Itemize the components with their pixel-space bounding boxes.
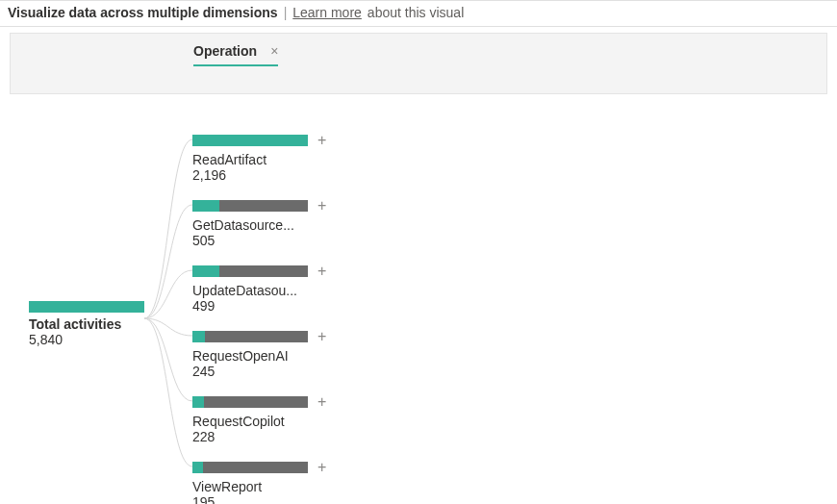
connector-lines	[10, 94, 827, 504]
root-node[interactable]: Total activities 5,840	[29, 301, 144, 347]
child-bar	[192, 265, 308, 277]
child-label: RequestCopilot	[192, 414, 327, 429]
child-value: 505	[192, 233, 366, 248]
info-bar-title: Visualize data across multiple dimension…	[8, 5, 278, 20]
child-label: ViewReport	[192, 479, 327, 494]
child-bar-fill	[192, 135, 308, 146]
child-node[interactable]: + RequestOpenAI 245	[192, 329, 366, 379]
child-bar-fill	[192, 265, 219, 277]
learn-more-link[interactable]: Learn more	[292, 5, 362, 20]
child-label: RequestOpenAI	[192, 348, 327, 364]
dimension-header: Operation ×	[10, 33, 827, 94]
dimension-chip[interactable]: Operation ×	[193, 43, 278, 66]
expand-icon[interactable]: +	[317, 198, 326, 214]
remove-dimension-icon[interactable]: ×	[270, 44, 278, 58]
expand-icon[interactable]: +	[317, 329, 326, 344]
child-node[interactable]: + GetDatasource... 505	[192, 198, 366, 248]
child-value: 245	[192, 364, 366, 379]
child-bar-fill	[192, 331, 205, 342]
child-bar	[192, 200, 308, 212]
root-label: Total activities	[29, 316, 144, 332]
child-bar-fill	[192, 462, 203, 473]
decomposition-canvas: Total activities 5,840 + ReadArtifact 2,…	[10, 94, 827, 504]
expand-icon[interactable]: +	[317, 264, 326, 279]
child-node[interactable]: + ReadArtifact 2,196	[192, 133, 366, 183]
expand-icon[interactable]: +	[317, 133, 326, 148]
child-node[interactable]: + UpdateDatasou... 499	[192, 264, 366, 314]
child-bar	[192, 396, 308, 408]
info-bar: Visualize data across multiple dimension…	[0, 0, 837, 27]
child-value: 195	[192, 494, 366, 504]
child-label: ReadArtifact	[192, 152, 327, 167]
expand-icon[interactable]: +	[317, 394, 326, 410]
child-label: UpdateDatasou...	[192, 283, 327, 298]
child-bar-fill	[192, 200, 219, 212]
child-value: 2,196	[192, 167, 366, 183]
info-bar-separator: |	[284, 5, 288, 20]
child-bar	[192, 331, 308, 342]
child-node[interactable]: + ViewReport 195	[192, 460, 366, 504]
root-bar	[29, 301, 144, 313]
child-bar	[192, 462, 308, 473]
child-bar	[192, 135, 308, 146]
child-value: 228	[192, 429, 366, 444]
child-node[interactable]: + RequestCopilot 228	[192, 394, 366, 444]
expand-icon[interactable]: +	[317, 460, 326, 475]
child-bar-fill	[192, 396, 204, 408]
root-value: 5,840	[29, 332, 144, 347]
info-bar-tail: about this visual	[368, 5, 464, 20]
dimension-chip-label: Operation	[193, 43, 257, 59]
child-label: GetDatasource...	[192, 217, 327, 233]
child-value: 499	[192, 298, 366, 314]
